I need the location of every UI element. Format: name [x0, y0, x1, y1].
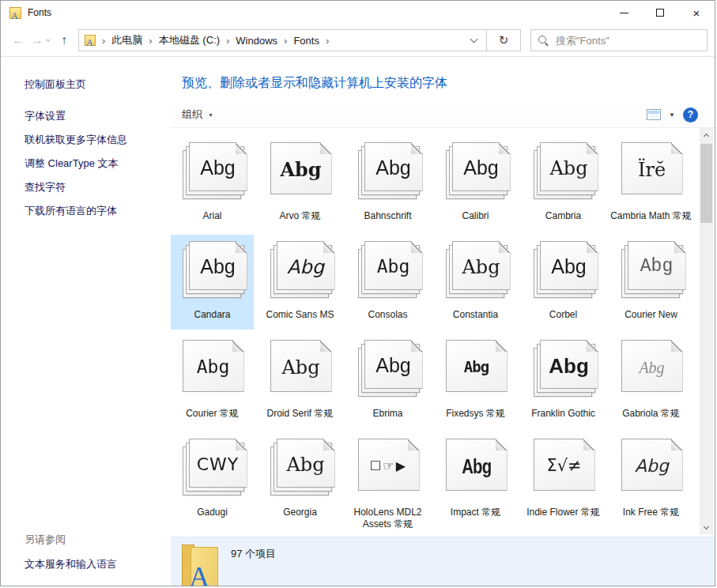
breadcrumb-item[interactable]: Windows: [236, 35, 277, 47]
font-file-icon: Abg: [264, 338, 337, 405]
font-page-front: Abg: [621, 439, 683, 491]
maximize-button[interactable]: [642, 1, 678, 24]
font-tile[interactable]: AbgCourier 常规: [171, 334, 254, 428]
back-button[interactable]: ←: [9, 33, 28, 47]
font-family-stack-icon: Abg: [527, 338, 600, 405]
minimize-button[interactable]: [606, 1, 642, 24]
font-tile[interactable]: AbgComic Sans MS: [258, 235, 342, 330]
address-bar[interactable]: A ›此电脑›本地磁盘 (C:)›Windows›Fonts› ↻: [78, 29, 521, 51]
font-tile[interactable]: AbgCalibri: [434, 136, 517, 231]
scroll-up-button[interactable]: [700, 128, 713, 141]
vertical-scrollbar[interactable]: [700, 128, 713, 534]
font-tile[interactable]: AbgCorbel: [522, 235, 605, 330]
view-dropdown-chevron-icon[interactable]: ▼: [669, 111, 675, 119]
scrollbar-thumb[interactable]: [700, 144, 712, 223]
font-label: Georgia: [258, 507, 342, 518]
sidebar-task-link[interactable]: 联机获取更多字体信息: [25, 133, 171, 147]
close-button[interactable]: ×: [678, 1, 715, 24]
font-page-front: Abg: [446, 439, 508, 491]
font-preview-text: Abg: [635, 455, 669, 475]
fonts-app-icon-letter: A: [11, 11, 18, 21]
font-file-icon: Abg: [615, 437, 688, 503]
page-fold-corner: [236, 143, 247, 154]
font-tile[interactable]: AbgEbrima: [346, 334, 429, 428]
window-controls: ×: [606, 1, 715, 24]
page-fold-corner: [408, 439, 419, 450]
font-file-icon: ☐☞▶: [352, 437, 425, 503]
address-dropdown-chevron-icon[interactable]: [470, 36, 478, 43]
font-family-stack-icon: Abg: [264, 437, 337, 503]
window-body: 控制面板主页 字体设置联机获取更多字体信息调整 ClearType 文本查找字符…: [1, 58, 715, 586]
font-label: Candara: [171, 309, 254, 321]
font-tile[interactable]: AbgGeorgia: [258, 432, 342, 527]
page-fold-corner: [587, 341, 598, 352]
search-box[interactable]: [530, 29, 708, 51]
organize-label: 组织: [182, 107, 202, 122]
breadcrumb-item[interactable]: 此电脑: [111, 33, 142, 47]
maximize-icon: [656, 9, 664, 17]
page-fold-corner: [320, 341, 331, 352]
font-tile[interactable]: AbgGabriola 常规: [609, 334, 692, 428]
sidebar-task-link[interactable]: 查找字符: [25, 180, 171, 194]
font-page-front: Abg: [270, 340, 332, 392]
font-tile[interactable]: AbgCambria: [522, 136, 605, 231]
font-preview-text: Abg: [549, 156, 587, 178]
breadcrumb-item[interactable]: 本地磁盘 (C:): [159, 33, 220, 47]
font-tile[interactable]: ☐☞▶HoloLens MDL2 Assets 常规: [346, 432, 429, 527]
sidebar-task-link[interactable]: 调整 ClearType 文本: [25, 156, 171, 171]
font-tile[interactable]: ÏrĕCambria Math 常规: [609, 136, 692, 231]
page-fold-corner: [499, 143, 510, 154]
refresh-button[interactable]: ↻: [487, 33, 520, 47]
font-tile[interactable]: AbgConsolas: [346, 235, 429, 330]
font-tile[interactable]: AbgImpact 常规: [434, 432, 517, 527]
font-tile[interactable]: AbgInk Free 常规: [609, 432, 692, 527]
font-file-icon: Abg: [176, 338, 249, 405]
font-file-icon: Σ√≠: [527, 437, 600, 503]
sidebar-task-links: 字体设置联机获取更多字体信息调整 ClearType 文本查找字符下载所有语言的…: [25, 109, 171, 218]
breadcrumb-item[interactable]: Fonts: [293, 35, 319, 47]
breadcrumb-separator-icon: ›: [149, 35, 152, 47]
font-tile[interactable]: AbgArial: [171, 136, 254, 231]
font-page-front: Abg: [364, 241, 423, 290]
sidebar-item-control-panel-home[interactable]: 控制面板主页: [25, 77, 171, 92]
font-preview-text: Abg: [375, 156, 410, 178]
breadcrumb-separator-icon: ›: [326, 35, 329, 47]
font-label: Courier 常规: [171, 408, 254, 420]
page-fold-corner: [671, 439, 682, 450]
see-also-link[interactable]: 文本服务和输入语言: [25, 557, 117, 571]
change-view-button[interactable]: [647, 109, 661, 120]
scroll-down-button[interactable]: [700, 521, 713, 534]
font-page-front: Abg: [452, 241, 511, 290]
recent-locations-chevron-icon[interactable]: [46, 37, 51, 42]
font-label: Indie Flower 常规: [522, 507, 605, 518]
font-tile[interactable]: AbgFixedsys 常规: [434, 334, 517, 428]
up-button[interactable]: ↑: [55, 33, 74, 47]
font-tile[interactable]: AbgCandara: [171, 235, 254, 330]
font-family-stack-icon: Abg: [264, 239, 337, 306]
forward-button[interactable]: →: [28, 33, 47, 47]
font-tile[interactable]: AbgFranklin Gothic: [522, 334, 605, 428]
search-input[interactable]: [556, 35, 700, 47]
breadcrumb-separator-icon: ›: [284, 35, 287, 47]
font-preview-text: Abg: [549, 353, 589, 376]
font-tile[interactable]: AbgBahnschrift: [346, 136, 429, 231]
breadcrumb: ›此电脑›本地磁盘 (C:)›Windows›Fonts›: [96, 33, 335, 47]
font-tile[interactable]: Σ√≠Indie Flower 常规: [522, 432, 605, 527]
font-label: Comic Sans MS: [258, 309, 342, 321]
sidebar-task-link[interactable]: 字体设置: [25, 109, 171, 123]
sidebar-task-link[interactable]: 下载所有语言的字体: [25, 204, 171, 218]
font-preview-text: Abg: [200, 254, 235, 277]
organize-button[interactable]: 组织 ▼: [182, 107, 213, 122]
font-family-stack-icon: Abg: [440, 141, 512, 207]
help-button[interactable]: ?: [683, 107, 698, 122]
font-tile[interactable]: AbgConstantia: [434, 235, 517, 330]
font-tile[interactable]: CWYGadugi: [171, 432, 254, 527]
font-tile[interactable]: AbgArvo 常规: [258, 136, 342, 231]
font-page-front: CWY: [189, 439, 247, 488]
font-preview-text: Abg: [197, 356, 230, 376]
font-preview-text: Abg: [281, 356, 319, 377]
font-tile[interactable]: AbgDroid Serif 常规: [258, 334, 342, 428]
font-tile[interactable]: AbgCourier New: [609, 235, 692, 330]
font-preview-text: Ïrĕ: [638, 158, 666, 179]
minimize-icon: [620, 13, 628, 13]
